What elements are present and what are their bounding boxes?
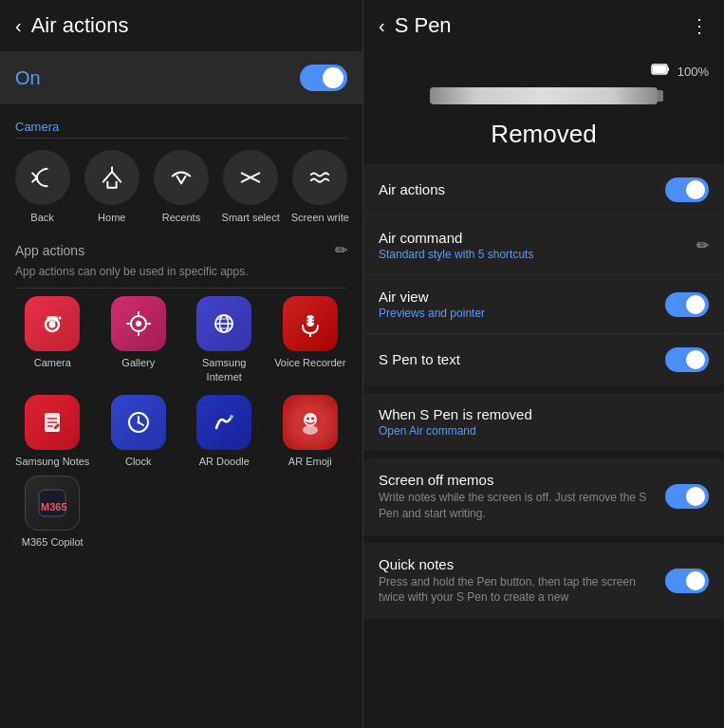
air-view-text: Air view Previews and pointer xyxy=(379,289,658,320)
gesture-recents-circle xyxy=(154,150,209,205)
back-button[interactable]: ‹ xyxy=(15,15,22,37)
battery-row: 100% xyxy=(379,63,709,80)
toggle-on-label: On xyxy=(15,67,41,89)
camera-section-title: Camera xyxy=(0,112,362,138)
samsung-notes-app-label: Samsung Notes xyxy=(15,455,89,468)
air-actions-item-title: Air actions xyxy=(379,181,658,197)
ar-emoji-app-label: AR Emoji xyxy=(288,455,332,468)
more-options-icon[interactable]: ⋮ xyxy=(690,14,709,37)
app-item-ar-doodle[interactable]: AR Doodle xyxy=(187,395,262,468)
air-command-edit-icon[interactable]: ✏ xyxy=(696,236,709,254)
spen-back-button[interactable]: ‹ xyxy=(379,15,385,37)
settings-item-air-actions[interactable]: Air actions xyxy=(363,164,724,216)
gesture-smart-select-label: Smart select xyxy=(222,211,280,224)
gesture-home[interactable]: Home xyxy=(82,150,142,224)
removed-status: Removed xyxy=(491,120,596,149)
screen-off-memos-text: Screen off memos Write notes while the s… xyxy=(379,472,658,522)
quick-notes-toggle[interactable] xyxy=(665,569,709,593)
camera-app-icon xyxy=(25,296,80,351)
battery-icon xyxy=(651,63,670,80)
gesture-back[interactable]: Back xyxy=(12,150,73,224)
app-item-samsung-internet[interactable]: Samsung Internet xyxy=(187,296,262,383)
screen-off-memos-title: Screen off memos xyxy=(379,472,658,488)
gesture-screen-write[interactable]: Screen write xyxy=(289,150,350,224)
gesture-smart-select-circle xyxy=(223,150,278,205)
air-command-text: Air command Standard style with 5 shortc… xyxy=(379,230,689,261)
screen-off-memos-toggle[interactable] xyxy=(665,484,709,509)
gesture-screen-write-label: Screen write xyxy=(291,211,349,224)
spen-header-left: ‹ S Pen xyxy=(379,13,452,38)
svg-point-1 xyxy=(49,322,56,328)
spen-header: ‹ S Pen ⋮ xyxy=(363,0,724,51)
svg-rect-15 xyxy=(306,315,314,327)
samsung-internet-app-icon xyxy=(196,296,251,351)
gesture-back-label: Back xyxy=(30,211,53,224)
edit-icon[interactable]: ✏ xyxy=(335,241,347,259)
settings-section-1: Air actions Air command Standard style w… xyxy=(363,164,724,385)
svg-point-32 xyxy=(311,417,314,420)
air-view-toggle[interactable] xyxy=(665,292,709,317)
settings-item-air-command[interactable]: Air command Standard style with 5 shortc… xyxy=(363,216,724,275)
settings-item-when-removed[interactable]: When S Pen is removed Open Air command xyxy=(363,393,724,451)
svg-point-33 xyxy=(303,425,318,435)
app-item-ar-emoji[interactable]: AR Emoji xyxy=(273,395,348,468)
quick-notes-desc: Press and hold the Pen button, then tap … xyxy=(379,574,658,607)
app-item-gallery[interactable]: Gallery xyxy=(102,296,176,383)
app-item-m365[interactable]: M365 M365 Copilot xyxy=(15,476,90,549)
settings-section-4: Quick notes Press and hold the Pen butto… xyxy=(363,543,724,620)
svg-point-31 xyxy=(306,417,309,420)
gesture-recents[interactable]: Recents xyxy=(151,150,212,224)
gestures-row: Back Home Recents xyxy=(0,139,362,232)
app-actions-header: App actions ✏ xyxy=(0,232,362,263)
svg-rect-38 xyxy=(667,67,669,71)
apps-grid: Camera Gallery xyxy=(0,289,362,476)
air-actions-title: Air actions xyxy=(31,13,129,38)
ar-doodle-app-icon xyxy=(196,395,251,450)
air-actions-toggle[interactable] xyxy=(665,177,709,202)
when-removed-title: When S Pen is removed xyxy=(379,406,709,422)
svg-rect-37 xyxy=(653,65,666,73)
settings-section-2: When S Pen is removed Open Air command xyxy=(363,393,724,451)
clock-app-icon xyxy=(111,395,166,450)
gesture-recents-label: Recents xyxy=(162,211,200,224)
settings-section-3: Screen off memos Write notes while the s… xyxy=(363,458,724,535)
app-item-samsung-notes[interactable]: Samsung Notes xyxy=(15,395,90,468)
settings-item-screen-off-memos[interactable]: Screen off memos Write notes while the s… xyxy=(363,458,724,535)
settings-item-spen-to-text[interactable]: S Pen to text xyxy=(363,334,724,385)
svg-point-3 xyxy=(59,317,62,320)
gesture-home-circle xyxy=(84,150,139,205)
left-panel: ‹ Air actions On Camera Back xyxy=(0,0,362,728)
voice-recorder-app-icon xyxy=(283,296,338,351)
spen-pen-image xyxy=(430,87,658,104)
voice-recorder-app-label: Voice Recorder xyxy=(274,356,345,369)
m365-app-label: M365 Copilot xyxy=(22,535,84,549)
on-toggle-row: On xyxy=(0,51,362,104)
air-actions-text: Air actions xyxy=(379,181,658,199)
app-item-voice-recorder[interactable]: Voice Recorder xyxy=(273,296,348,383)
spen-visual: 100% Removed xyxy=(363,51,724,164)
app-item-camera[interactable]: Camera xyxy=(15,296,90,383)
app-item-clock[interactable]: Clock xyxy=(102,395,176,468)
quick-notes-text: Quick notes Press and hold the Pen butto… xyxy=(379,556,658,607)
spen-to-text-item-title: S Pen to text xyxy=(379,351,658,367)
svg-point-28 xyxy=(137,420,139,423)
gallery-app-label: Gallery xyxy=(121,356,155,369)
gesture-smart-select[interactable]: Smart select xyxy=(220,150,281,224)
battery-percent: 100% xyxy=(678,65,709,79)
samsung-internet-app-label: Samsung Internet xyxy=(187,356,262,383)
settings-item-quick-notes[interactable]: Quick notes Press and hold the Pen butto… xyxy=(363,543,724,620)
air-view-subtitle: Previews and pointer xyxy=(379,307,658,320)
ar-emoji-app-icon xyxy=(283,395,338,450)
spen-to-text-toggle[interactable] xyxy=(665,347,709,372)
quick-notes-title: Quick notes xyxy=(379,556,658,572)
samsung-notes-app-icon xyxy=(25,395,80,450)
clock-app-label: Clock xyxy=(125,455,152,468)
settings-list: Air actions Air command Standard style w… xyxy=(363,164,724,728)
m365-app-icon: M365 xyxy=(25,476,80,531)
on-toggle-switch[interactable] xyxy=(300,65,347,91)
air-command-item-title: Air command xyxy=(379,230,689,246)
gesture-screen-write-circle xyxy=(292,150,347,205)
svg-point-5 xyxy=(136,321,141,327)
settings-item-air-view[interactable]: Air view Previews and pointer xyxy=(363,275,724,334)
svg-point-29 xyxy=(230,415,233,419)
